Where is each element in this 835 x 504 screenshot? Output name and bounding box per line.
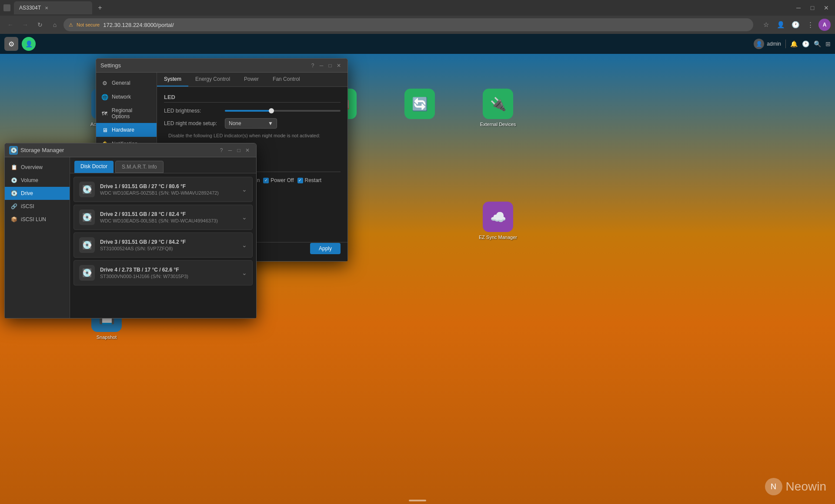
network-label: Network — [112, 94, 131, 100]
nas-search-icon[interactable]: 🔍 — [814, 40, 821, 47]
settings-close-btn[interactable]: ✕ — [334, 61, 343, 70]
led-brightness-slider[interactable] — [225, 110, 341, 112]
nas-clock-icon[interactable]: 🕐 — [802, 40, 809, 47]
settings-minimize-btn[interactable]: ─ — [317, 61, 326, 70]
taskbar-divider — [785, 40, 786, 48]
back-button[interactable]: ← — [4, 19, 17, 31]
sidebar-item-network[interactable]: 🌐 Network — [96, 90, 157, 104]
buzzer-power-off-label: Power Off — [271, 177, 294, 183]
drive-item-2: 💽 Drive 2 / 931.51 GB / 28 °C / 82.4 °F … — [73, 205, 253, 230]
storage-window-title: Storage Manager — [20, 147, 217, 153]
led-hint-text: Disable the following LED indicator(s) w… — [168, 133, 341, 138]
browser-nav-bar: ← → ↻ ⌂ ⚠ Not secure 172.30.128.224:8000… — [0, 16, 835, 34]
tab-fan-control[interactable]: Fan Control — [266, 73, 307, 86]
storage-manager-window: 💽 Storage Manager ? ─ □ ✕ 📋 Overview 💿 V… — [4, 143, 257, 318]
snapshot-label: Snapshot — [97, 335, 117, 340]
buzzer-restart[interactable]: ✓ Restart — [297, 177, 322, 183]
slider-thumb[interactable] — [269, 108, 274, 113]
new-tab-button[interactable]: + — [94, 2, 106, 14]
browser-tab[interactable]: AS3304T ✕ — [14, 1, 92, 14]
drive-3-expand-btn[interactable]: ⌄ — [242, 242, 247, 249]
buzzer-power-off-box[interactable]: ✓ — [263, 178, 269, 183]
drive-2-icon: 💽 — [79, 209, 95, 225]
sidebar-item-hardware[interactable]: 🖥 Hardware — [96, 123, 157, 137]
settings-help-btn[interactable]: ? — [308, 61, 317, 70]
general-icon: ⚙ — [101, 80, 108, 86]
drive-2-expand-btn[interactable]: ⌄ — [242, 214, 247, 221]
tab-energy-control[interactable]: Energy Control — [188, 73, 237, 86]
refresh-button[interactable]: ↻ — [34, 19, 46, 31]
nas-user-icon[interactable]: 👤 — [22, 37, 36, 51]
drive-2-info: Drive 2 / 931.51 GB / 28 °C / 82.4 °F WD… — [100, 211, 237, 223]
drive-3-subtitle: ST31000524AS (S/N: 5VP7ZFQ8) — [100, 246, 237, 251]
bookmark-icon[interactable]: ☆ — [759, 18, 772, 31]
browser-chrome: AS3304T ✕ + ─ □ ✕ ← → ↻ ⌂ ⚠ Not secure 1… — [0, 0, 835, 34]
desktop-icon-external-devices[interactable]: 🔌 External Devices — [478, 89, 518, 127]
address-bar[interactable]: ⚠ Not secure 172.30.128.224:8000/portal/ — [63, 18, 753, 31]
iscsi-label: iSCSI — [21, 203, 34, 209]
drive-4-subtitle: ST3000VN000-1HJ166 (S/N: W73015P3) — [100, 274, 237, 279]
regional-icon: 🗺 — [101, 110, 108, 117]
sidebar-item-regional-options[interactable]: 🗺 Regional Options — [96, 104, 157, 123]
slider-fill — [225, 110, 271, 112]
drive-item-1: 💽 Drive 1 / 931.51 GB / 27 °C / 80.6 °F … — [73, 177, 253, 202]
settings-icon[interactable]: ⋮ — [804, 18, 817, 31]
storage-sidebar-drive[interactable]: 💽 Drive — [5, 187, 70, 200]
browser-actions: ☆ 👤 🕐 ⋮ A — [759, 18, 831, 31]
external-devices-label: External Devices — [480, 122, 516, 127]
drive-1-expand-btn[interactable]: ⌄ — [242, 186, 247, 193]
drive-2-title: Drive 2 / 931.51 GB / 28 °C / 82.4 °F — [100, 211, 237, 217]
iscsi-lun-icon: 📦 — [11, 216, 17, 222]
desktop-icon-ez-sync[interactable]: ☁️ EZ Sync Manager — [478, 202, 518, 240]
browser-tab-title: AS3304T — [19, 5, 41, 11]
nas-notifications-icon[interactable]: 🔔 — [790, 40, 798, 47]
profile-icon[interactable]: 👤 — [774, 18, 787, 31]
desktop-icon-app5[interactable]: 🔄 — [400, 89, 439, 122]
drive-4-icon: 💽 — [79, 265, 95, 281]
led-night-mode-label: LED night mode setup: — [164, 120, 220, 126]
history-icon[interactable]: 🕐 — [789, 18, 802, 31]
drive-3-title: Drive 3 / 931.51 GB / 29 °C / 84.2 °F — [100, 239, 237, 245]
neowin-watermark: N Neowin — [765, 478, 826, 495]
settings-restore-btn[interactable]: □ — [326, 61, 334, 70]
storage-sidebar-volume[interactable]: 💿 Volume — [5, 174, 70, 187]
storage-sidebar-overview[interactable]: 📋 Overview — [5, 161, 70, 174]
tab-system[interactable]: System — [157, 73, 188, 86]
drive-3-icon: 💽 — [79, 237, 95, 253]
led-night-mode-value: None — [229, 120, 241, 126]
buzzer-power-off[interactable]: ✓ Power Off — [263, 177, 294, 183]
storage-close-btn[interactable]: ✕ — [243, 146, 252, 155]
storage-sidebar-iscsi-lun[interactable]: 📦 iSCSI LUN — [5, 213, 70, 226]
buzzer-restart-box[interactable]: ✓ — [297, 178, 303, 183]
settings-apply-button[interactable]: Apply — [310, 243, 341, 254]
drive-1-subtitle: WDC WD10EARS-00Z5B1 (S/N: WD-WMAVU289247… — [100, 190, 237, 196]
storage-sidebar-iscsi[interactable]: 🔗 iSCSI — [5, 200, 70, 213]
network-icon: 🌐 — [101, 93, 108, 100]
nas-user-avatar-icon: 👤 — [754, 39, 764, 49]
browser-tab-close-btn[interactable]: ✕ — [43, 5, 50, 11]
desktop: 🔒 Access Control 📊 Activity Monitor 🌈 📖 … — [0, 54, 835, 504]
tab-power[interactable]: Power — [237, 73, 266, 86]
led-section-title: LED — [164, 94, 341, 103]
minimize-btn[interactable]: ─ — [793, 3, 804, 13]
storage-minimize-btn[interactable]: ─ — [226, 146, 234, 155]
iscsi-lun-label: iSCSI LUN — [21, 216, 46, 222]
home-button[interactable]: ⌂ — [49, 19, 61, 31]
url-display[interactable]: 172.30.128.224:8000/portal/ — [103, 22, 748, 28]
storage-help-btn[interactable]: ? — [217, 146, 226, 155]
drive-4-expand-btn[interactable]: ⌄ — [242, 269, 247, 276]
close-btn[interactable]: ✕ — [821, 3, 832, 13]
buzzer-restart-label: Restart — [305, 177, 322, 183]
sidebar-item-general[interactable]: ⚙ General — [96, 76, 157, 90]
storage-restore-btn[interactable]: □ — [234, 146, 243, 155]
storage-tab-disk-doctor[interactable]: Disk Doctor — [74, 161, 114, 173]
storage-tabs: Disk Doctor S.M.A.R.T. Info — [70, 157, 256, 173]
nas-settings-icon[interactable]: ⚙ — [4, 37, 18, 51]
maximize-btn[interactable]: □ — [807, 3, 818, 13]
user-profile-button[interactable]: A — [818, 19, 831, 31]
nas-grid-icon[interactable]: ⊞ — [825, 40, 831, 47]
window-controls: ─ □ ✕ — [793, 3, 832, 13]
led-night-mode-dropdown[interactable]: None ▼ — [225, 118, 277, 129]
forward-button[interactable]: → — [19, 19, 31, 31]
storage-tab-smart[interactable]: S.M.A.R.T. Info — [115, 161, 164, 173]
